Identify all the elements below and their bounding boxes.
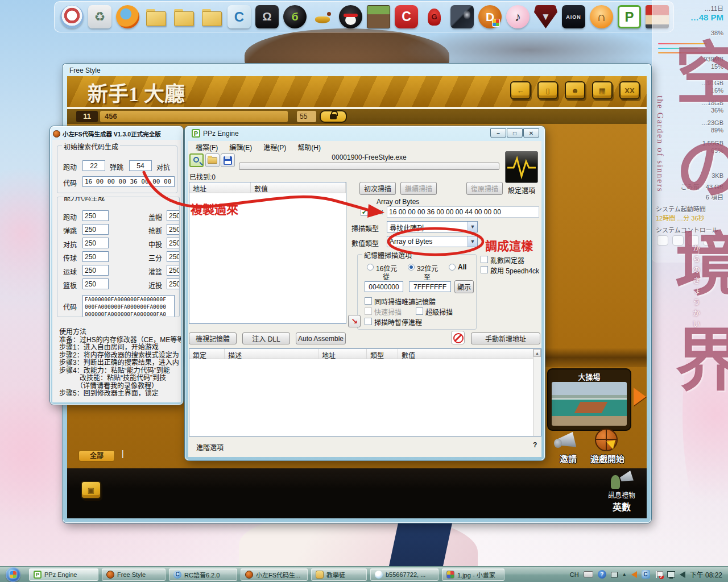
dock-icon-minecraft[interactable]: [367, 5, 390, 28]
language-indicator[interactable]: CH: [570, 571, 579, 578]
chat-all-button[interactable]: 全部: [78, 450, 115, 462]
value-column-header[interactable]: 數值: [251, 182, 346, 193]
taskbar-item-paint[interactable]: 1.jpg - 小畫家: [442, 568, 504, 581]
back-cube-button[interactable]: ←: [510, 81, 531, 99]
gadget-button[interactable]: [657, 235, 668, 246]
gadget-button[interactable]: [672, 235, 684, 246]
taskbar-item-rc-voice[interactable]: C RC語音6.2.0: [169, 568, 237, 581]
message-gift-button[interactable]: 訊息禮物 英數: [601, 471, 643, 513]
run-input[interactable]: [82, 160, 105, 171]
menu-edit[interactable]: 編輯(E): [224, 141, 257, 152]
settings-ecg-button[interactable]: [505, 151, 538, 183]
first-scan-button[interactable]: 初次掃描: [359, 182, 396, 195]
close-cube-button[interactable]: XX: [619, 81, 640, 99]
maximize-button[interactable]: □: [507, 128, 523, 138]
menu-file[interactable]: 檔案(F): [191, 141, 223, 152]
taskbar-clock[interactable]: 下午 08:22: [690, 569, 722, 579]
dock-icon-anime-badge[interactable]: [60, 5, 84, 28]
dock-icon-aion[interactable]: AION: [562, 5, 585, 28]
show-button[interactable]: 顯示: [454, 280, 474, 293]
dock-icon-wave-emblem[interactable]: Ω: [255, 5, 279, 28]
scan-type-dropdown[interactable]: 尋找此陣列 ▼: [387, 221, 478, 232]
ability-input[interactable]: [82, 278, 109, 289]
chevron-down-icon[interactable]: ▼: [468, 222, 477, 232]
chevron-down-icon[interactable]: ▼: [468, 236, 477, 247]
court-panel[interactable]: 大操場: [547, 368, 631, 431]
next-scan-button[interactable]: 繼續掃描: [400, 182, 437, 195]
value-column-header[interactable]: 數值: [398, 349, 533, 359]
menu-process[interactable]: 進程(P): [258, 141, 291, 152]
dock-icon-directx[interactable]: D: [478, 5, 502, 28]
address-column-header[interactable]: 地址: [189, 182, 251, 193]
value-type-dropdown[interactable]: Array of Bytes ▼: [387, 236, 478, 247]
dock-icon-headphones[interactable]: ∩: [590, 5, 613, 28]
dock-icon-ppz[interactable]: P: [618, 5, 641, 28]
gadget-button[interactable]: [688, 235, 699, 246]
door-cube-button[interactable]: ▯: [537, 81, 558, 99]
taskbar-item-chat[interactable]: b55667722, ...: [370, 568, 439, 581]
help-link[interactable]: ?: [533, 441, 537, 449]
dock-icon-magic-lamp[interactable]: [311, 5, 334, 28]
ability-input[interactable]: [167, 278, 180, 289]
code1-input[interactable]: [82, 176, 175, 187]
select-process-button[interactable]: [189, 153, 204, 167]
fast-scan-checkbox[interactable]: [365, 307, 372, 315]
next-court-arrow[interactable]: [634, 388, 646, 406]
add-selection-button[interactable]: ↘: [348, 315, 361, 327]
description-column-header[interactable]: 描述: [225, 349, 318, 359]
dock-icon-firefox[interactable]: [116, 5, 139, 28]
scan-value-input[interactable]: [387, 206, 539, 218]
undo-scan-button[interactable]: 復原掃描: [466, 182, 503, 195]
start-button[interactable]: [6, 567, 20, 582]
close-button[interactable]: ✕: [523, 128, 539, 138]
speedhack-checkbox[interactable]: [481, 266, 488, 273]
ability-input[interactable]: [167, 224, 180, 235]
dock-icon-cheat-c[interactable]: C: [395, 5, 418, 28]
view-memory-button[interactable]: 檢視記憶體: [189, 332, 237, 344]
auto-assemble-button[interactable]: Auto Assemble: [296, 332, 346, 344]
radio-32bit[interactable]: [408, 264, 415, 271]
sound-cube-button[interactable]: ▦: [592, 81, 613, 99]
address-column-header[interactable]: 地址: [318, 349, 367, 359]
invite-icon[interactable]: [554, 431, 581, 452]
game-start-label[interactable]: 遊戲開始: [580, 452, 635, 464]
save-table-button[interactable]: [221, 153, 235, 167]
results-list[interactable]: 地址 數值: [189, 182, 346, 324]
rc-voice-tray-icon[interactable]: C: [642, 570, 650, 579]
dock-icon-assassin[interactable]: [450, 5, 474, 28]
tray-expand-arrow[interactable]: ▲: [622, 572, 627, 577]
system-monitor-gadget[interactable]: …11日 …48 PM 38% 939MB 15% …91GB 16% …18G…: [652, 0, 728, 263]
dock-icon-folder-1[interactable]: [144, 5, 167, 28]
dock-icon-recycle-bin[interactable]: ♻: [88, 5, 111, 28]
super-scan-checkbox[interactable]: [416, 307, 423, 315]
avatar-cube-button[interactable]: ☻: [565, 81, 585, 99]
taskbar-item-freestyle[interactable]: Free Style: [102, 568, 166, 581]
ppz-titlebar[interactable]: P PPz Engine: [192, 129, 239, 138]
dock-icon-folder-3[interactable]: [200, 5, 223, 28]
ability-input[interactable]: [82, 238, 109, 248]
gadget-button[interactable]: [703, 235, 714, 246]
to-address-input[interactable]: [409, 281, 451, 292]
dock-icon-shield[interactable]: ▼: [534, 5, 557, 28]
dock-icon-qq[interactable]: [339, 5, 362, 28]
taskbar-item-generator[interactable]: 小左FS代码生...: [241, 568, 308, 581]
dock-icon-garena[interactable]: G: [423, 5, 446, 28]
taskbar-item-folder[interactable]: 教學徒: [311, 568, 367, 581]
settings-label[interactable]: 設定選項: [502, 185, 541, 195]
dock-icon-folder-2[interactable]: [172, 5, 195, 28]
random-fixer-checkbox[interactable]: [481, 256, 488, 263]
help-tray-icon[interactable]: ?: [598, 570, 606, 579]
ability-input[interactable]: [167, 265, 180, 276]
ability-input[interactable]: [82, 224, 109, 235]
ability-input[interactable]: [167, 210, 180, 221]
address-table[interactable]: 鎖定 描述 地址 類型 數值 ▲: [189, 348, 541, 436]
ability-input[interactable]: [82, 251, 109, 262]
chat-cube-button[interactable]: ▣: [81, 481, 101, 499]
scroll-up-arrow[interactable]: ▲: [533, 349, 541, 357]
from-address-input[interactable]: [365, 281, 403, 292]
lock-column-header[interactable]: 鎖定: [189, 349, 225, 359]
table-scrollbar[interactable]: ▲: [533, 349, 541, 436]
type-column-header[interactable]: 類型: [367, 349, 398, 359]
add-address-button[interactable]: 手動新增地址: [471, 332, 540, 344]
dock-icon-bomb[interactable]: б: [283, 5, 307, 28]
